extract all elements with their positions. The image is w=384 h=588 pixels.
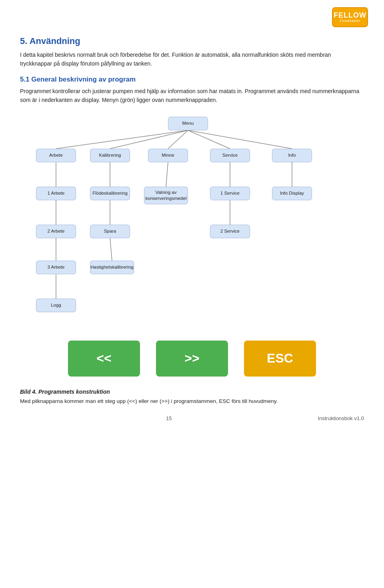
logo-flow-text: FlowMaster	[340, 19, 360, 23]
caption-description: Med pilknapparna kommer man ett steg upp…	[20, 397, 364, 405]
svg-line-4	[188, 130, 292, 149]
tree-node-logg: Logg	[36, 299, 76, 312]
esc-button[interactable]: ESC	[244, 341, 316, 377]
tree-node-arbete: Arbete	[36, 149, 76, 162]
footer-page: 15	[166, 415, 172, 421]
tree-node-1service: 1 Service	[210, 187, 250, 200]
intro-para-2: Programmet kontrollerar och justerar pum…	[20, 87, 364, 105]
tree-node-service: Service	[210, 149, 250, 162]
tree-node-flodes: Flödeskalibrering	[90, 187, 130, 200]
logo-fellow-text: FELLOW	[334, 12, 366, 19]
tree-node-1arbete: 1 Arbete	[36, 187, 76, 200]
tree-node-minne: Minne	[148, 149, 188, 162]
svg-line-2	[168, 130, 188, 149]
tree-node-2service: 2 Service	[210, 225, 250, 238]
button-row: << >> ESC	[52, 341, 332, 377]
caption-title: Bild 4. Programmets konstruktion	[20, 389, 364, 395]
tree-node-info: Info	[272, 149, 312, 162]
prev-button[interactable]: <<	[68, 341, 140, 377]
tree-node-menu: Menu	[168, 117, 208, 130]
tree-node-infodisplay: Info Display	[272, 187, 312, 200]
intro-para-1: I detta kapitel beskrivs normalt bruk oc…	[20, 50, 364, 68]
tree-node-3arbete: 3 Arbete	[36, 261, 76, 274]
svg-line-1	[110, 130, 188, 149]
svg-line-7	[166, 162, 168, 187]
footer: 15 Instruktionsbok v1.0	[0, 415, 384, 421]
tree-node-spara: Spara	[90, 225, 130, 238]
section-heading: 5.1 General beskrivning av program	[20, 76, 364, 84]
svg-line-3	[188, 130, 230, 149]
tree-node-hastighet: Hastighetskalibrering	[90, 261, 134, 274]
next-button[interactable]: >>	[156, 341, 228, 377]
tree-diagram: MenuArbeteKalibreringMinneServiceInfo1 A…	[28, 117, 356, 325]
svg-line-0	[56, 130, 188, 149]
footer-right: Instruktionsbok v1.0	[318, 415, 364, 421]
page-heading: 5. Användning	[20, 36, 364, 46]
svg-line-14	[110, 238, 112, 261]
tree-node-valning: Valning av konserveringsmedel	[144, 187, 188, 204]
logo: FELLOW FlowMaster	[332, 7, 368, 27]
tree-node-2arbete: 2 Arbete	[36, 225, 76, 238]
tree-node-kalibrering: Kalibrering	[90, 149, 130, 162]
